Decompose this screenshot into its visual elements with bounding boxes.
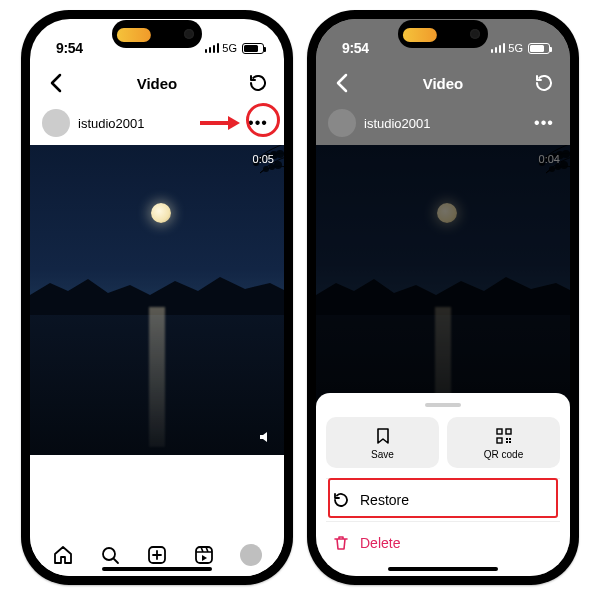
- sheet-delete-label: Delete: [360, 535, 400, 551]
- video-moon-reflection: [149, 307, 165, 447]
- sheet-restore-label: Restore: [360, 492, 409, 508]
- svg-rect-25: [506, 441, 508, 443]
- header-bar: Video: [316, 63, 570, 105]
- trash-icon: [332, 534, 350, 552]
- username[interactable]: istudio2001: [364, 116, 431, 131]
- svg-rect-21: [506, 429, 511, 434]
- back-button[interactable]: [42, 69, 70, 97]
- cellular-signal-icon: [491, 43, 506, 53]
- search-icon: [99, 544, 121, 566]
- svg-rect-24: [509, 441, 511, 443]
- chevron-left-icon: [335, 73, 349, 93]
- svg-rect-22: [497, 438, 502, 443]
- more-horizontal-icon: •••: [534, 115, 554, 131]
- svg-rect-20: [497, 429, 502, 434]
- video-moon: [151, 203, 171, 223]
- status-time: 9:54: [56, 40, 83, 56]
- nav-reels[interactable]: [191, 542, 217, 568]
- svg-rect-26: [509, 438, 511, 440]
- battery-icon: [528, 43, 550, 54]
- status-right: 5G: [205, 42, 264, 54]
- rotate-ccw-icon: [248, 73, 268, 93]
- home-indicator[interactable]: [102, 567, 212, 571]
- nav-search[interactable]: [97, 542, 123, 568]
- nav-create[interactable]: [144, 542, 170, 568]
- svg-point-8: [103, 548, 115, 560]
- sheet-qrcode-button[interactable]: QR code: [447, 417, 560, 468]
- volume-icon: [258, 429, 274, 445]
- rotate-ccw-icon: [332, 491, 350, 509]
- home-icon: [52, 544, 74, 566]
- qrcode-icon: [495, 427, 513, 445]
- reels-icon: [193, 544, 215, 566]
- svg-point-7: [274, 161, 282, 169]
- battery-icon: [242, 43, 264, 54]
- rotate-ccw-icon: [534, 73, 554, 93]
- avatar[interactable]: [328, 109, 356, 137]
- sheet-qrcode-label: QR code: [484, 449, 523, 460]
- phone-left: 9:54 5G Video istudio200: [21, 10, 293, 585]
- header-bar: Video: [30, 63, 284, 105]
- avatar[interactable]: [42, 109, 70, 137]
- video-timestamp: 0:05: [253, 153, 274, 165]
- network-label: 5G: [222, 42, 237, 54]
- sheet-restore-button[interactable]: Restore: [326, 478, 560, 521]
- history-button[interactable]: [244, 69, 272, 97]
- more-options-button[interactable]: •••: [530, 109, 558, 137]
- more-horizontal-icon: •••: [248, 115, 268, 131]
- dynamic-island-activity-indicator: [403, 28, 437, 42]
- video-player[interactable]: 0:05: [30, 145, 284, 455]
- mute-button[interactable]: [258, 429, 274, 445]
- sheet-delete-button[interactable]: Delete: [326, 521, 560, 564]
- author-row: istudio2001 •••: [30, 105, 284, 145]
- sheet-grabber[interactable]: [425, 403, 461, 407]
- bookmark-icon: [374, 427, 392, 445]
- svg-rect-10: [196, 547, 212, 563]
- cellular-signal-icon: [205, 43, 220, 53]
- history-button[interactable]: [530, 69, 558, 97]
- plus-square-icon: [146, 544, 168, 566]
- svg-rect-23: [506, 438, 508, 440]
- phone-right: 9:54 5G Video istudio2001: [307, 10, 579, 585]
- network-label: 5G: [508, 42, 523, 54]
- nav-home[interactable]: [50, 542, 76, 568]
- profile-avatar-icon: [240, 544, 262, 566]
- chevron-left-icon: [49, 73, 63, 93]
- svg-point-4: [276, 150, 284, 158]
- username[interactable]: istudio2001: [78, 116, 145, 131]
- svg-point-5: [263, 166, 269, 172]
- sheet-save-label: Save: [371, 449, 394, 460]
- author-row: istudio2001 •••: [316, 105, 570, 145]
- home-indicator[interactable]: [388, 567, 498, 571]
- nav-profile[interactable]: [238, 542, 264, 568]
- back-button[interactable]: [328, 69, 356, 97]
- sheet-save-button[interactable]: Save: [326, 417, 439, 468]
- status-time: 9:54: [342, 40, 369, 56]
- dynamic-island-activity-indicator: [117, 28, 151, 42]
- status-right: 5G: [491, 42, 550, 54]
- more-options-button[interactable]: •••: [244, 109, 272, 137]
- action-sheet: Save QR code Restore Delete: [316, 393, 570, 576]
